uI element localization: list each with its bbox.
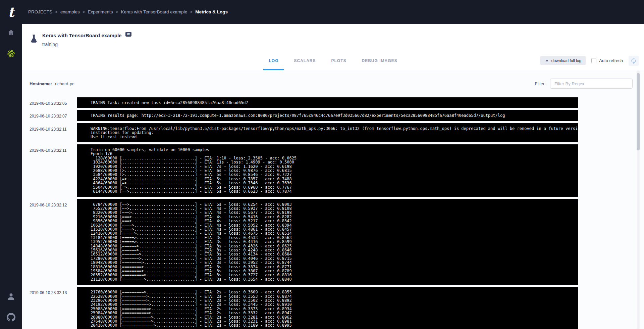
log-timestamp: 2019-06-10 23:32:11: [30, 123, 77, 142]
log-entry-content: TRAINS results page: http://ec2-3-218-72…: [77, 110, 578, 121]
log-timestamp: 2019-06-10 23:32:11: [30, 144, 77, 197]
breadcrumb-item-3[interactable]: Keras with TensorBoard example: [121, 9, 187, 14]
log-entry: 2019-06-10 23:32:1321760/60000 [========…: [30, 287, 644, 329]
sidebar-item-home[interactable]: [7, 29, 15, 36]
log-line: Use tf.cast instead.: [91, 135, 574, 139]
log-panel: Hostname: richard-pc Filter: 2019-06-10 …: [22, 70, 644, 329]
log-entry: 2019-06-10 23:32:11Train on 60000 sample…: [30, 144, 644, 197]
experiment-text: Keras with TensorBoard exampleID trainin…: [42, 32, 131, 47]
auto-refresh-label: Auto refresh: [599, 58, 623, 63]
breadcrumb-separator: >: [190, 9, 193, 14]
log-line: 3584/60000 [>...........................…: [91, 173, 574, 177]
log-line: 1024/60000 [............................…: [91, 160, 574, 164]
app-logo-letter: t: [8, 5, 14, 19]
breadcrumb-item-4: Metrics & Logs: [195, 9, 228, 14]
auto-refresh-toggle[interactable]: Auto refresh: [591, 58, 623, 63]
log-line: TRAINS results page: http://ec2-3-218-72…: [91, 113, 574, 117]
log-entry: 2019-06-10 23:32:11WARNING:tensorflow:Fr…: [30, 123, 644, 142]
active-tab-underline: [263, 69, 284, 70]
tab-bar: LOGSCALARSPLOTSDEBUG IMAGES download ful…: [22, 51, 644, 70]
log-entry-content: TRAINS Task: created new task id=5eca285…: [77, 97, 578, 108]
hostname-value: richard-pc: [55, 81, 74, 86]
log-line: 24192/60000 [===========>...............…: [91, 302, 574, 307]
log-timestamp: 2019-06-10 23:32:13: [30, 287, 77, 329]
download-label: download full log: [551, 58, 581, 63]
log-line: 21120/60000 [=========>.................…: [91, 277, 574, 281]
log-line: 25984/60000 [===========>...............…: [91, 311, 574, 315]
sidebar-nav: [6, 29, 16, 58]
experiment-title: Keras with TensorBoard example: [42, 33, 121, 38]
log-line: 21760/60000 [=========>.................…: [91, 290, 574, 294]
console-log: 2019-06-10 23:32:05TRAINS Task: created …: [22, 97, 644, 329]
breadcrumb-item-0[interactable]: PROJECTS: [28, 9, 52, 14]
main-content: Keras with TensorBoard exampleID trainin…: [22, 24, 644, 329]
log-line: 28416/60000 [=============>.............…: [91, 323, 574, 327]
log-line: 4864/60000 [=>..........................…: [91, 181, 574, 185]
log-entry: 2019-06-10 23:32:07TRAINS results page: …: [30, 110, 644, 121]
log-line: Train on 60000 samples, validate on 1000…: [91, 148, 574, 152]
log-timestamp: 2019-06-10 23:32:12: [30, 199, 77, 285]
brain-icon: [6, 49, 16, 58]
profile-icon: [7, 292, 15, 301]
sidebar-item-profile[interactable]: [7, 292, 15, 301]
breadcrumb-item-2[interactable]: Experiments: [88, 9, 113, 14]
auto-refresh-checkbox[interactable]: [591, 58, 596, 63]
experiment-flask-icon: [30, 34, 38, 44]
log-line: 13952/60000 [=====>.....................…: [91, 240, 574, 244]
log-timestamp: 2019-06-10 23:32:05: [30, 97, 77, 108]
log-line: 16512/60000 [=======>...................…: [91, 252, 574, 256]
log-line: 9856/60000 [===>........................…: [91, 219, 574, 223]
log-line: 12416/60000 [=====>.....................…: [91, 231, 574, 235]
sidebar: t: [0, 0, 22, 329]
log-line: 20352/60000 [=========>.................…: [91, 273, 574, 277]
home-icon: [7, 29, 15, 36]
log-entry: 2019-06-10 23:32:05TRAINS Task: created …: [30, 97, 644, 108]
experiment-status: training: [42, 42, 131, 47]
log-entry-content: Train on 60000 samples, validate on 1000…: [77, 144, 578, 197]
filter-group: Filter:: [535, 79, 633, 89]
scrollbar-track[interactable]: [637, 70, 640, 329]
filter-label: Filter:: [535, 81, 546, 86]
sidebar-item-github[interactable]: [7, 313, 15, 322]
log-timestamp: 2019-06-10 23:32:07: [30, 110, 77, 121]
log-line: Instructions for updating:: [91, 131, 574, 135]
filter-input[interactable]: [550, 79, 633, 89]
log-line: 8320/60000 [===>........................…: [91, 210, 574, 215]
breadcrumb-separator: >: [83, 9, 85, 14]
experiment-header: Keras with TensorBoard exampleID trainin…: [22, 24, 644, 51]
app-logo[interactable]: t: [0, 0, 22, 24]
download-full-log-button[interactable]: download full log: [540, 56, 586, 65]
breadcrumb: PROJECTS>examples>Experiments>Keras with…: [28, 9, 228, 14]
breadcrumb-separator: >: [116, 9, 118, 14]
log-line: 18048/60000 [========>..................…: [91, 261, 574, 265]
tab-log[interactable]: LOG: [261, 51, 286, 70]
log-entry-content: 6784/60000 [==>.........................…: [77, 199, 578, 285]
log-entry: 2019-06-10 23:32:12 6784/60000 [==>.....…: [30, 199, 644, 285]
sidebar-bottom: [7, 292, 15, 329]
experiment-id-badge[interactable]: ID: [125, 32, 131, 37]
scrollbar-thumb[interactable]: [637, 73, 640, 150]
tab-scalars[interactable]: SCALARS: [286, 51, 323, 70]
tab-toolbar: download full log Auto refresh: [540, 51, 639, 70]
download-icon: [545, 58, 549, 63]
top-bar: PROJECTS>examples>Experiments>Keras with…: [0, 0, 644, 24]
log-entry-content: 21760/60000 [=========>.................…: [77, 287, 578, 329]
log-line: Epoch 1/6: [91, 152, 574, 156]
tab-plots[interactable]: PLOTS: [323, 51, 354, 70]
sidebar-item-projects[interactable]: [6, 49, 16, 58]
github-icon: [7, 313, 15, 322]
log-line: WARNING:tensorflow:From /usr/local/lib/p…: [91, 127, 574, 131]
hostname: Hostname: richard-pc: [30, 81, 74, 86]
log-entry-content: WARNING:tensorflow:From /usr/local/lib/p…: [77, 123, 578, 142]
tab-debug-images[interactable]: DEBUG IMAGES: [354, 51, 405, 70]
log-line: 6144/60000 [==>.........................…: [91, 189, 574, 193]
refresh-button[interactable]: [629, 56, 639, 66]
hostname-label: Hostname:: [30, 81, 52, 86]
breadcrumb-separator: >: [55, 9, 58, 14]
log-panel-header: Hostname: richard-pc Filter:: [22, 70, 644, 89]
refresh-icon: [630, 57, 637, 64]
log-line: TRAINS Task: created new task id=5eca285…: [91, 101, 574, 105]
breadcrumb-item-1[interactable]: examples: [60, 9, 80, 14]
